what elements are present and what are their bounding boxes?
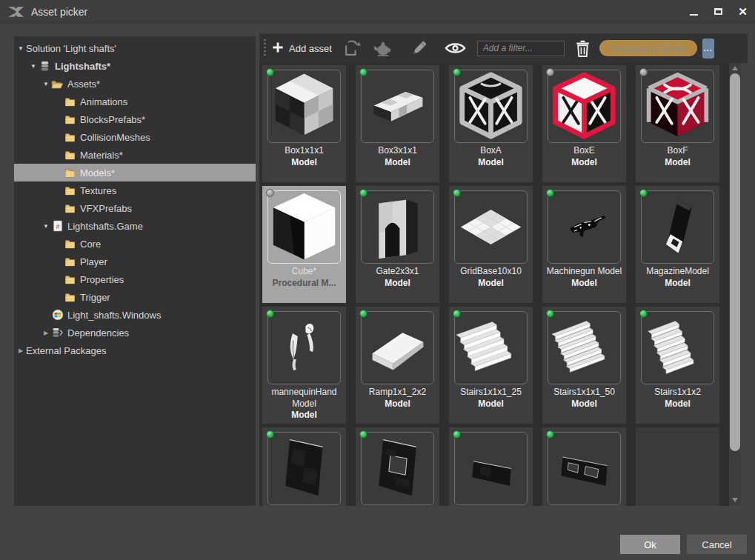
status-dot-green [453, 68, 461, 76]
sidebar-item-light-shafts-windows[interactable]: Light_shafts.Windows [14, 306, 256, 324]
chevron-down-icon[interactable]: ▼ [41, 223, 51, 230]
asset-tile-magazinemodel[interactable]: MagazineModelModel [636, 186, 719, 303]
asset-tile-wall-window[interactable] [356, 427, 439, 506]
close-icon: ✕ [738, 5, 748, 19]
sidebar-item-assets[interactable]: ▼Assets* [14, 75, 256, 93]
status-dot-green [266, 68, 274, 76]
status-dot-green [266, 430, 274, 439]
maximize-button[interactable] [706, 0, 731, 23]
asset-tile-ramp1x1-2x2[interactable]: Ramp1x1_2x2Model [356, 307, 439, 424]
asset-thumbnail-box-frame-gray [454, 70, 528, 143]
sidebar-item-external-packages[interactable]: ▶External Packages [14, 341, 256, 359]
asset-tile-stairs1x1x1-50[interactable]: Stairs1x1x1_50Model [542, 307, 626, 424]
status-dot-green [359, 68, 367, 76]
asset-tile-boxe[interactable]: BoxEModel [542, 65, 626, 182]
package-icon [39, 60, 51, 72]
sidebar-item-label: Models* [80, 167, 115, 179]
asset-toolbar: Add asset [259, 33, 748, 63]
ok-button[interactable]: Ok [620, 535, 680, 554]
cancel-button[interactable]: Cancel [687, 535, 747, 554]
filter-input[interactable] [477, 41, 565, 56]
sidebar-item-blocksprefabs[interactable]: BlocksPrefabs* [14, 110, 256, 128]
sidebar-item-label: Animations [80, 96, 127, 107]
asset-tile-box3x1x1[interactable]: Box3x1x1Model [356, 65, 439, 182]
teapot-icon[interactable] [373, 40, 393, 57]
asset-name: Machinegun Model [547, 266, 622, 278]
chevron-right-icon[interactable]: ▶ [16, 347, 26, 354]
sidebar-item-label: Properties [80, 274, 124, 285]
chevron-down-icon[interactable]: ▼ [41, 81, 51, 87]
asset-thumbnail-gate-arch [361, 190, 434, 264]
sidebar-item-label: Solution 'Light shafts' [26, 43, 116, 54]
asset-grid: Box1x1x1ModelBox3x1x1ModelBoxAModelBoxEM… [259, 63, 729, 506]
asset-name: Stairs1x1x1_50 [553, 387, 615, 399]
asset-thumbnail-wall-window [361, 432, 434, 505]
asset-tile-stairs1x1x1-25[interactable]: Stairs1x1x1_25Model [449, 307, 533, 424]
sidebar-item-collisionmeshes[interactable]: CollisionMeshes [14, 128, 256, 146]
windows-project-icon [51, 309, 64, 321]
sidebar-item-trigger[interactable]: Trigger [14, 288, 256, 306]
folder-icon [64, 202, 76, 214]
sidebar-item-animations[interactable]: Animations [14, 93, 256, 110]
edit-icon[interactable] [409, 39, 429, 59]
sidebar-item-label: Textures [80, 185, 116, 196]
scrollbar-thumb[interactable] [730, 73, 740, 451]
asset-tile-machinegun-model[interactable]: Machinegun ModelModel [542, 186, 626, 303]
asset-type: Model [571, 278, 597, 290]
asset-tile-wall-full[interactable] [262, 427, 346, 506]
asset-tile-stairs1x1x2[interactable]: Stairs1x1x2Model [636, 307, 719, 424]
asset-type: Model [291, 157, 317, 169]
close-button[interactable]: ✕ [731, 0, 755, 23]
asset-tile-box1x1x1[interactable]: Box1x1x1Model [262, 65, 346, 182]
minimize-icon [690, 14, 698, 16]
grid-scrollbar [729, 63, 741, 506]
sidebar-item-vfxprefabs[interactable]: VFXPrefabs [14, 199, 256, 217]
toolbar-grip-handle[interactable] [264, 39, 266, 57]
asset-thumbnail-cube-white [267, 190, 341, 264]
sidebar-item-models[interactable]: Models* [14, 164, 256, 181]
stride-logo-icon [7, 5, 24, 19]
more-filters-button[interactable]: ... [702, 39, 714, 59]
chevron-right-icon[interactable]: ▶ [41, 330, 51, 336]
asset-tile-mannequinhand-model[interactable]: mannequinHand ModelModel [262, 307, 346, 424]
asset-tile-wall-two-holes[interactable] [542, 427, 626, 506]
status-dot-green [359, 189, 367, 197]
asset-name: MagazineModel [646, 266, 709, 278]
asset-tile-cube[interactable]: Cube*Procedural M... [262, 186, 346, 303]
sidebar-item-core[interactable]: Core [14, 235, 256, 253]
folder-icon [64, 149, 76, 161]
minimize-button[interactable] [682, 0, 706, 23]
sidebar-item-lightshafts-game[interactable]: ▼#Lightshafts.Game [14, 217, 256, 235]
asset-tile-boxa[interactable]: BoxAModel [449, 65, 533, 182]
asset-type: Model [571, 157, 597, 169]
eye-icon[interactable] [445, 41, 466, 56]
sidebar-item-dependencies[interactable]: ▶Dependencies [14, 324, 256, 341]
chevron-down-icon[interactable]: ▼ [28, 63, 39, 70]
asset-tile-gridbase10x10[interactable]: GridBase10x10Model [449, 186, 533, 303]
asset-thumbnail-stairs-6 [548, 311, 621, 384]
sidebar-item-textures[interactable]: Textures [14, 181, 256, 199]
asset-tile-gate2x3x1[interactable]: Gate2x3x1Model [356, 186, 439, 303]
sidebar-item-lightshafts[interactable]: ▼Lightshafts* [14, 57, 256, 75]
asset-thumbnail-cube-checker [267, 70, 341, 143]
scroll-down-icon [732, 498, 738, 502]
sidebar-item-player[interactable]: Player [14, 253, 256, 270]
sidebar-item-label: Materials* [80, 150, 123, 161]
sidebar-item-properties[interactable]: Properties [14, 270, 256, 288]
chevron-down-icon[interactable]: ▼ [16, 45, 26, 52]
status-dot-gray [266, 189, 274, 197]
asset-tile-boxf[interactable]: BoxFModel [636, 65, 719, 182]
scroll-down-button[interactable] [729, 495, 741, 504]
asset-type: Model [478, 157, 504, 169]
asset-thumbnail-grid-plane [454, 190, 528, 264]
sidebar-item-materials[interactable]: Materials* [14, 146, 256, 164]
filter-tag-procedural-model[interactable]: Procedural Model [599, 40, 697, 56]
svg-text:#: # [56, 223, 59, 230]
sidebar-item-solution-light-shafts[interactable]: ▼Solution 'Light shafts' [14, 39, 256, 57]
asset-name: GridBase10x10 [460, 266, 522, 278]
import-template-icon[interactable] [343, 39, 362, 58]
scroll-up-button[interactable] [729, 63, 741, 73]
asset-tile-wall-low[interactable] [449, 427, 533, 506]
add-asset-button[interactable]: Add asset [272, 41, 332, 56]
trash-icon[interactable] [576, 40, 590, 57]
